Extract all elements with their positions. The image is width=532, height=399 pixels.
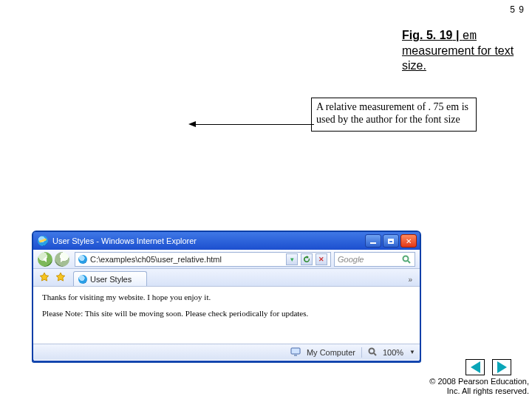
zoom-icon xyxy=(368,347,377,356)
annotation-note: A relative measurement of . 75 em is use… xyxy=(311,98,477,132)
svg-line-5 xyxy=(374,353,376,355)
address-bar[interactable]: C:\examples\ch05\user_relative.html ▾ ✕ xyxy=(75,252,331,267)
tab-bar: User Styles » xyxy=(33,269,420,287)
search-box[interactable]: Google xyxy=(334,252,415,267)
page-number: 5 9 xyxy=(510,4,525,15)
star-plus-icon xyxy=(55,272,66,282)
star-icon xyxy=(39,272,50,282)
titlebar: User Styles - Windows Internet Explorer … xyxy=(33,232,420,250)
caption-pipe: | xyxy=(452,29,462,41)
maximize-icon xyxy=(388,239,394,244)
triangle-left-icon xyxy=(471,361,480,373)
window-buttons: ✕ xyxy=(365,234,417,248)
annotation-arrow xyxy=(188,124,314,126)
svg-line-1 xyxy=(408,261,410,263)
arrow-left-icon xyxy=(41,256,49,263)
arrow-head-icon xyxy=(188,121,196,127)
add-favorite-button[interactable] xyxy=(54,270,67,284)
copyright: © 2008 Pearson Education, Inc. All right… xyxy=(429,377,529,396)
back-button[interactable] xyxy=(38,252,52,267)
minimize-button[interactable] xyxy=(365,234,381,248)
stop-button[interactable]: ✕ xyxy=(316,253,327,265)
content-line2: Please Note: This site will be moving so… xyxy=(42,309,411,318)
maximize-button[interactable] xyxy=(383,234,399,248)
prev-slide-button[interactable] xyxy=(466,359,485,375)
computer-icon xyxy=(290,347,301,357)
caption-figure: Fig. 5. 19 xyxy=(402,29,452,41)
tab-user-styles[interactable]: User Styles xyxy=(73,271,147,286)
page-content: Thanks for visiting my website. I hope y… xyxy=(33,287,420,344)
svg-rect-3 xyxy=(294,355,297,356)
favorites-button[interactable] xyxy=(38,270,51,284)
arrow-left-icon xyxy=(58,256,66,263)
zone-icon xyxy=(290,347,301,358)
svg-point-4 xyxy=(369,348,374,353)
search-icon xyxy=(402,255,411,264)
address-text: C:\examples\ch05\user_relative.html xyxy=(90,255,283,264)
arrow-line xyxy=(194,124,314,125)
minimize-icon xyxy=(370,242,376,244)
close-button[interactable]: ✕ xyxy=(400,234,417,248)
caption-em: em xyxy=(463,30,477,43)
zoom-value[interactable]: 100% xyxy=(383,348,403,357)
ie-logo-icon xyxy=(38,236,48,246)
status-bar: My Computer 100% ▼ xyxy=(33,344,420,360)
status-zone-text: My Computer xyxy=(307,348,355,357)
next-slide-button[interactable] xyxy=(492,359,511,375)
copyright-line2: Inc. All rights reserved. xyxy=(429,386,529,396)
svg-rect-2 xyxy=(291,348,300,354)
figure-caption: Fig. 5. 19 | em measurement for text siz… xyxy=(402,28,528,73)
caption-rest: measurement for text size. xyxy=(402,44,514,72)
toolbar-overflow[interactable]: » xyxy=(405,276,415,284)
page-icon xyxy=(78,255,87,264)
zoom-icon-wrap[interactable] xyxy=(368,347,377,358)
copyright-line1: © 2008 Pearson Education, xyxy=(429,377,529,386)
svg-point-0 xyxy=(403,256,409,261)
tab-favicon-icon xyxy=(78,275,87,284)
address-dropdown[interactable]: ▾ xyxy=(286,253,298,265)
browser-window: User Styles - Windows Internet Explorer … xyxy=(32,231,421,363)
window-title: User Styles - Windows Internet Explorer xyxy=(52,236,365,245)
search-button[interactable] xyxy=(401,254,412,265)
tab-label: User Styles xyxy=(90,275,132,284)
search-placeholder: Google xyxy=(338,255,398,264)
refresh-icon xyxy=(303,256,310,263)
refresh-button[interactable] xyxy=(301,253,313,265)
status-separator xyxy=(361,347,362,358)
toolbar: C:\examples\ch05\user_relative.html ▾ ✕ … xyxy=(33,250,420,269)
forward-button[interactable] xyxy=(55,252,69,267)
triangle-right-icon xyxy=(497,361,507,373)
slide-nav xyxy=(466,359,511,375)
nav-buttons xyxy=(38,252,72,267)
zoom-dropdown[interactable]: ▼ xyxy=(409,349,415,355)
content-line1: Thanks for visiting my website. I hope y… xyxy=(42,293,411,301)
